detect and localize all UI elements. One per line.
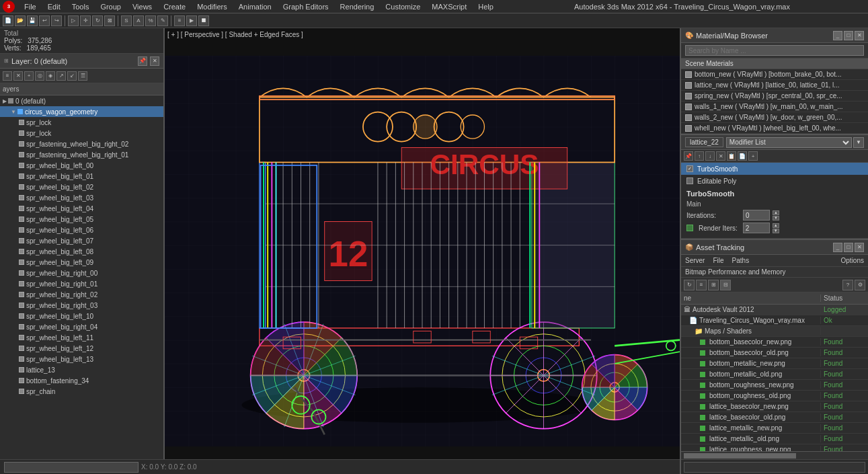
asset-row-9[interactable]: lattice_metallic_old.png Found — [681, 434, 868, 444]
asset-toolbar-grid[interactable]: ⊞ — [708, 280, 719, 290]
menu-create[interactable]: Create — [158, 1, 191, 12]
mat-search-input[interactable] — [685, 45, 864, 56]
mat-browser-close[interactable]: ✕ — [855, 31, 864, 40]
bottom-command-input[interactable] — [4, 462, 139, 473]
asset-row-5[interactable]: bottom_roughness_old.png Found — [681, 391, 868, 401]
asset-hscrollbar[interactable] — [681, 451, 868, 459]
mod-checkbox-turbosmooth[interactable]: ✓ — [686, 165, 693, 172]
mat-item-wheel[interactable]: whell_new ( VRayMtl ) [wheel_big_left_00… — [681, 123, 868, 134]
layer-toolbar-move2[interactable]: ↙ — [67, 71, 77, 81]
asset-toolbar-table[interactable]: ⊟ — [720, 280, 731, 290]
layer-toolbar-add[interactable]: + — [24, 71, 34, 81]
asset-row-3[interactable]: bottom_metallic_old.png Found — [681, 369, 868, 380]
layer-toolbar-move[interactable]: ↗ — [56, 71, 66, 81]
layer-item-spr-lock-1[interactable]: spr_lock — [0, 117, 163, 128]
asset-menu-server[interactable]: Server — [685, 257, 705, 264]
layer-item-wheel-left-07[interactable]: spr_wheel_big_left_07 — [0, 235, 163, 246]
modifier-editable-poly[interactable]: Editable Poly — [681, 175, 868, 187]
menu-modifiers[interactable]: Modifiers — [192, 1, 233, 12]
asset-menu-paths[interactable]: Paths — [732, 257, 750, 264]
toolbar-redo[interactable]: ↪ — [51, 15, 62, 26]
mat-item-bottom[interactable]: bottom_new ( VRayMtl ) [bottom_brake_00,… — [681, 69, 868, 80]
asset-row-0[interactable]: bottom_basecolor_new.png Found — [681, 337, 868, 348]
asset-table[interactable]: 🏛 Autodesk Vault 2012 Logged 📄 Traveling… — [681, 305, 868, 451]
layer-item-spr-chain[interactable]: spr_chain — [0, 386, 163, 397]
layer-item-wheel-left-02[interactable]: spr_wheel_big_left_02 — [0, 182, 163, 192]
layer-item-wheel-left-11[interactable]: spr_wheel_big_left_11 — [0, 332, 163, 343]
toolbar-rotate[interactable]: ↻ — [92, 15, 103, 26]
layer-item-wheel-right-01[interactable]: spr_wheel_big_right_01 — [0, 278, 163, 289]
toolbar-snap[interactable]: S — [121, 15, 132, 26]
asset-toolbar-settings[interactable]: ⚙ — [855, 280, 865, 290]
asset-toolbar-help[interactable]: ? — [842, 280, 853, 290]
modifier-dropdown-btn[interactable]: ▼ — [853, 137, 864, 148]
asset-row-2[interactable]: bottom_metallic_new.png Found — [681, 358, 868, 369]
layer-toolbar-select2[interactable]: ◈ — [46, 71, 55, 81]
ts-iterations-up[interactable]: ▲ — [773, 210, 779, 215]
mat-browser-minimize[interactable]: _ — [833, 31, 842, 40]
viewport[interactable]: [ + ] [ Perspective ] [ Shaded + Edged F… — [165, 28, 680, 474]
ts-render-up[interactable]: ▲ — [773, 223, 779, 228]
toolbar-snap2[interactable]: A — [133, 15, 144, 26]
toolbar-layer[interactable]: ≡ — [174, 15, 185, 26]
layer-item-lattice-13[interactable]: lattice_13 — [0, 364, 163, 375]
mod-toolbar-move-down[interactable]: ↓ — [705, 151, 715, 161]
asset-minimize[interactable]: _ — [833, 243, 842, 252]
menu-edit[interactable]: Edit — [42, 1, 66, 12]
toolbar-undo[interactable]: ↩ — [39, 15, 50, 26]
asset-row-10[interactable]: lattice_roughness_new.png Found — [681, 444, 868, 451]
toolbar-select[interactable]: ▷ — [68, 15, 79, 26]
asset-row-4[interactable]: bottom_roughness_new.png Found — [681, 380, 868, 391]
mod-toolbar-pin[interactable]: 📌 — [684, 151, 693, 161]
layer-toolbar-list[interactable]: ≡ — [3, 71, 12, 81]
mat-item-walls1[interactable]: walls_1_new ( VRayMtl ) [w_main_00, w_ma… — [681, 102, 868, 112]
layer-item-wheel-left-01[interactable]: spr_wheel_big_left_01 — [0, 171, 163, 182]
ts-iterations-down[interactable]: ▼ — [773, 216, 779, 221]
mod-toolbar-new-env[interactable]: + — [748, 151, 758, 161]
layer-item-wheel-left-05[interactable]: spr_wheel_big_left_05 — [0, 214, 163, 225]
layer-toolbar-delete[interactable]: ✕ — [13, 71, 23, 81]
menu-file[interactable]: File — [19, 1, 42, 12]
layer-item-spr-lock-2[interactable]: spr_lock — [0, 128, 163, 139]
layer-toolbar-select[interactable]: ◎ — [35, 71, 44, 81]
layer-item-wheel-left-04[interactable]: spr_wheel_big_left_04 — [0, 203, 163, 214]
layer-item-wheel-left-00[interactable]: spr_wheel_big_left_00 — [0, 160, 163, 171]
asset-toolbar-refresh[interactable]: ↻ — [684, 280, 695, 290]
layer-toolbar-props[interactable]: ☰ — [78, 71, 87, 81]
asset-path-input[interactable] — [684, 462, 865, 473]
toolbar-save[interactable]: 💾 — [27, 15, 38, 26]
toolbar-snap3[interactable]: % — [145, 15, 156, 26]
mod-toolbar-move-up[interactable]: ↑ — [695, 151, 704, 161]
asset-row-6[interactable]: lattice_basecolor_new.png Found — [681, 401, 868, 412]
layer-item-wheel-right-00[interactable]: spr_wheel_big_right_00 — [0, 268, 163, 278]
layer-panel-pin[interactable]: 📌 — [138, 56, 147, 66]
toolbar-render2[interactable]: 🔲 — [198, 15, 209, 26]
ts-iterations-input[interactable] — [743, 210, 770, 221]
ts-render-down[interactable]: ▼ — [773, 229, 779, 233]
modifier-turbosmooth[interactable]: ✓ TurboSmooth — [681, 163, 868, 175]
layer-item-wheel-left-13[interactable]: spr_wheel_big_left_13 — [0, 354, 163, 364]
menu-customize[interactable]: Customize — [380, 1, 426, 12]
asset-row-1[interactable]: bottom_basecolor_old.png Found — [681, 348, 868, 358]
menu-animation[interactable]: Animation — [233, 1, 277, 12]
layer-item-wheel-left-03[interactable]: spr_wheel_big_left_03 — [0, 192, 163, 203]
mat-item-lattice[interactable]: lattice_new ( VRayMtl ) [lattice_00, lat… — [681, 80, 868, 91]
mat-item-walls2[interactable]: walls_2_new ( VRayMtl ) [w_door, w_green… — [681, 112, 868, 123]
layer-item-wheel-right-02[interactable]: spr_wheel_big_right_02 — [0, 289, 163, 300]
menu-maxscript[interactable]: MAXScript — [426, 1, 472, 12]
modifier-dropdown[interactable]: Modifier List — [726, 137, 852, 148]
asset-menu-file[interactable]: File — [713, 257, 723, 264]
toolbar-render[interactable]: ▶ — [186, 15, 197, 26]
menu-rendering[interactable]: Rendering — [335, 1, 380, 12]
menu-group[interactable]: Group — [95, 1, 126, 12]
menu-graph-editors[interactable]: Graph Editors — [278, 1, 334, 12]
menu-views[interactable]: Views — [127, 1, 157, 12]
asset-row-file[interactable]: 📄 Traveling_Circus_Wagon_vray.max Ok — [681, 315, 868, 326]
asset-row-vault[interactable]: 🏛 Autodesk Vault 2012 Logged — [681, 305, 868, 315]
layer-item-wheel-left-12[interactable]: spr_wheel_big_left_12 — [0, 343, 163, 354]
layer-item-wheel-left-08[interactable]: spr_wheel_big_left_08 — [0, 246, 163, 257]
ts-render-iters-checkbox[interactable] — [686, 225, 693, 231]
asset-close[interactable]: ✕ — [855, 243, 864, 252]
layer-item-0-default[interactable]: ▶ 0 (default) — [0, 95, 163, 106]
toolbar-move[interactable]: ✛ — [80, 15, 91, 26]
